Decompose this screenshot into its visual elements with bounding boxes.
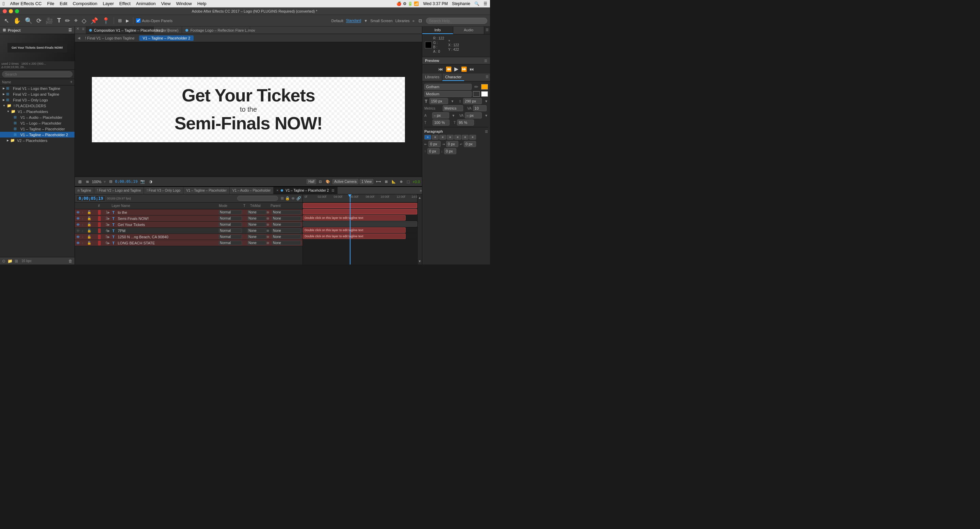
expand-triangle[interactable]: ▼ [3,104,5,107]
preview-frames[interactable]: ▶ [124,18,130,24]
layer-expand-3[interactable]: ▶ [108,223,111,226]
parent-link-icon-6[interactable]: ⊕ [266,241,272,245]
mode-select-3[interactable]: Normal [219,222,242,227]
layer-row-3[interactable]: 👁 ♪ 🔓 3 ▶ T Get Your Tickets Normal [75,221,302,228]
tsumi-input[interactable] [465,112,482,118]
workspace-standard[interactable]: Standard [346,18,361,23]
visibility-toggle-2[interactable]: 👁 [76,217,82,221]
preview-skip-start[interactable]: ⏮ [438,66,443,72]
menu-layer[interactable]: Layer [103,1,114,6]
resolution-select[interactable]: Half [307,179,316,184]
layer-header-icon3[interactable]: 👁 [291,196,295,201]
font-color-swatch-3[interactable] [481,91,488,97]
rulers-btn[interactable]: 📐 [390,179,397,184]
parent-select-6[interactable]: None [272,241,301,245]
trkmat-select-6[interactable]: None [247,241,266,245]
sub-tab-arrow-left[interactable]: ◀ [78,36,80,40]
character-tab[interactable]: Character [442,73,464,81]
metrics-select[interactable]: Metrics [443,105,463,111]
track-bar-1[interactable] [303,203,417,208]
info-tab[interactable]: Info [422,27,453,34]
project-search-input[interactable] [2,71,73,77]
exposure-btn[interactable]: ◑ [148,179,154,185]
align-justify-left-btn[interactable]: ≡ [454,135,461,140]
layer-row-2[interactable]: 👁 ♪ 🔓 2 ▶ T Semi-Finals NOW! Normal [75,215,302,221]
layer-header-icon2[interactable]: 🔒 [285,196,290,201]
expand-triangle[interactable]: ▶ [3,87,5,90]
preview-menu[interactable]: ☰ [484,59,487,63]
lock-toggle-4[interactable]: 🔓 [87,229,92,233]
search-help-input[interactable] [426,18,487,24]
layer-header-icon4[interactable]: 🔗 [296,196,301,201]
parent-select-5[interactable]: None [272,234,301,239]
track-bar-4[interactable] [303,221,417,227]
parent-select-3[interactable]: None [272,222,301,227]
project-add-btn[interactable]: + [70,80,73,84]
layer-expand-4[interactable]: ▶ [108,229,111,233]
trkmat-select-2[interactable]: None [247,216,266,221]
project-item-placeholders[interactable]: ▼ 📁 ! PLACEHOLDERS [0,103,75,108]
project-item-v2-placeholders[interactable]: ▶ 📁 V2 – Placeholders [0,137,75,143]
layer-expand-2[interactable]: ▶ [108,217,111,220]
timeline-expand-icon[interactable]: » [420,188,422,193]
leading-dropdown[interactable]: ▼ [485,99,488,103]
audio-toggle-3[interactable]: ♪ [82,223,87,226]
layer-expand-1[interactable]: ▶ [108,211,111,214]
trkmat-select-5[interactable]: None [247,234,266,239]
track-bar-5[interactable]: Double click on this layer to edit tagli… [303,228,406,233]
align-justify-center-btn[interactable]: ≡ [462,135,469,140]
shape-tool[interactable]: ◇ [80,16,88,25]
timeline-tab-v1-audio[interactable]: V1 – Audio – Placeholder [230,187,274,194]
visibility-toggle-6[interactable]: 👁 [76,241,82,245]
h-scale-input[interactable] [433,120,450,126]
info-panel-menu[interactable]: ☰ [484,27,490,34]
tab-layer-none[interactable]: Layer (none) [154,27,182,34]
mode-select-2[interactable]: Normal [219,216,242,221]
comp-text-area[interactable]: Get Your Tickets to the Semi-Finals NOW! [92,77,405,142]
baseline-dropdown[interactable]: ▼ [452,114,455,118]
audio-toggle-4[interactable]: ♪ [82,229,87,233]
timeline-tab-final-v2[interactable]: ! Final V2 – Logo and Tagline [94,187,144,194]
layer-row-5[interactable]: 👁 ♪ 🔓 5 ▶ T 1250 N ...ng Beach, CA 90840… [75,234,302,240]
indent-left-input[interactable] [428,141,441,147]
view-count-select[interactable]: 1 View [360,179,373,184]
space-after-input[interactable] [444,148,456,154]
transparency-btn[interactable]: ⬚ [405,179,411,184]
font-select[interactable]: Gotham [424,84,472,90]
project-item-v1-audio[interactable]: ⊞ V1 – Audio – Placeholder [0,115,75,120]
tracking-input[interactable] [473,105,487,111]
tab-comp-v1-tagline-ph2[interactable]: Composition V1 – Tagline – Placeholder 2… [86,27,154,34]
preview-step-forward[interactable]: ⏩ [461,66,467,72]
lock-toggle-5[interactable]: 🔓 [87,235,92,239]
camera-select[interactable]: Active Camera [332,179,358,184]
clone-tool[interactable]: ⌖ [73,16,79,25]
layer-row-4[interactable]: 👁 ♪ 🔓 4 ▶ T 7PM Normal [75,228,302,234]
project-item-v1-tagline[interactable]: ⊞ V1 – Tagline – Placeholder [0,126,75,132]
space-before-input[interactable] [427,148,440,154]
timeline-tab-v1-tagline-ph2[interactable]: ✕ V1 – Tagline – Placeholder 2 ☰ [274,187,337,194]
align-left-btn[interactable]: ≡ [424,135,431,140]
audio-toggle-5[interactable]: ♪ [82,235,87,239]
menu-after-effects[interactable]: After Effects CC [10,1,41,6]
roi-btn[interactable]: ⊠ [383,179,389,184]
lock-toggle-2[interactable]: 🔓 [87,217,92,220]
view-region-btn[interactable]: ⊡ [318,179,323,184]
auto-open-checkbox[interactable] [136,18,140,23]
current-time-display[interactable]: 0;00;05;19 [76,195,105,202]
track-bar-2[interactable] [303,209,417,215]
timeline-scroll-up[interactable]: ▲ [418,196,422,199]
layer-expand-6[interactable]: ▶ [108,241,111,245]
lock-toggle-1[interactable]: 🔓 [87,210,92,214]
lock-toggle-3[interactable]: 🔓 [87,223,92,226]
font-style-select[interactable]: Medium [424,91,472,97]
menu-list-icon[interactable]: ☰ [484,2,487,6]
layer-row-6[interactable]: 👁 ♪ 🔓 6 ▶ T LONG BEACH STATE Normal [75,240,302,246]
parent-select-4[interactable]: None [272,228,301,233]
parent-select-1[interactable]: None [272,210,301,215]
menu-effect[interactable]: Effect [119,1,130,6]
track-bar-6[interactable]: Double click on this layer to edit tagli… [303,234,406,239]
trkmat-select-3[interactable]: None [247,222,266,227]
v-scale-input[interactable] [457,120,474,126]
tsumi-dropdown[interactable]: ▼ [485,114,488,118]
parent-link-icon-2[interactable]: ⊕ [266,217,272,220]
